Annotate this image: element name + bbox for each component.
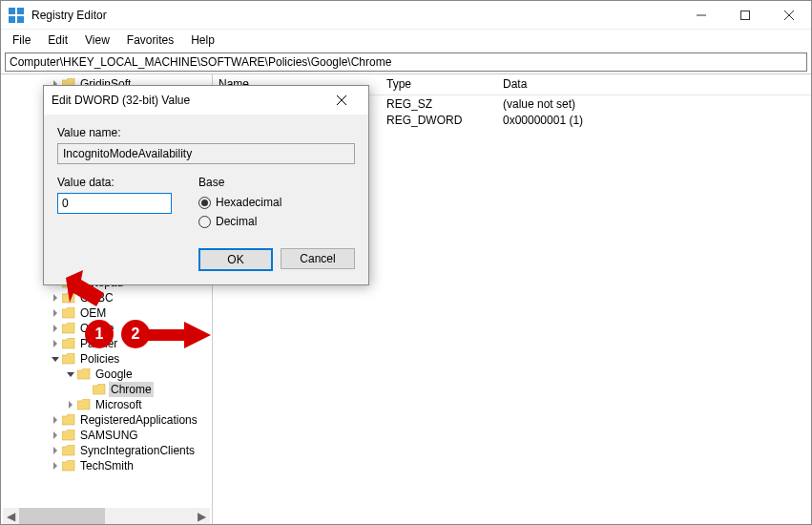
- tree-item[interactable]: SAMSUNG: [3, 428, 212, 443]
- annotation-arrow-2: [142, 322, 211, 348]
- svg-marker-13: [52, 357, 59, 362]
- svg-marker-17: [53, 431, 57, 439]
- scroll-right-icon[interactable]: ▶: [194, 508, 210, 524]
- folder-icon: [62, 430, 75, 441]
- svg-marker-23: [142, 322, 211, 348]
- svg-rect-1: [17, 8, 24, 14]
- cell-data: (value not set): [497, 97, 811, 111]
- tree-item-label: SAMSUNG: [78, 428, 140, 443]
- minimize-button[interactable]: [679, 1, 723, 30]
- tree-item[interactable]: Google: [3, 367, 212, 382]
- menu-file[interactable]: File: [5, 32, 38, 49]
- col-header-data[interactable]: Data: [497, 74, 811, 94]
- menu-favorites[interactable]: Favorites: [119, 32, 181, 49]
- cell-type: REG_DWORD: [381, 114, 497, 127]
- folder-icon: [77, 368, 91, 380]
- maximize-button[interactable]: [723, 1, 767, 30]
- ok-button[interactable]: OK: [198, 248, 273, 271]
- col-header-type[interactable]: Type: [381, 74, 497, 94]
- chevron-right-icon[interactable]: [49, 459, 62, 472]
- chevron-right-icon[interactable]: [64, 398, 77, 411]
- svg-marker-14: [67, 372, 74, 377]
- tree-item-label: Microsoft: [94, 397, 144, 412]
- svg-marker-18: [53, 447, 57, 454]
- chevron-right-icon[interactable]: [49, 444, 62, 457]
- titlebar: Registry Editor: [1, 1, 811, 30]
- menubar: File Edit View Favorites Help: [1, 30, 811, 51]
- chevron-down-icon[interactable]: [49, 352, 62, 366]
- tree-item[interactable]: RegisteredApplications: [3, 412, 212, 428]
- radio-decimal[interactable]: Decimal: [198, 212, 281, 231]
- dialog-title-text: Edit DWORD (32-bit) Value: [52, 94, 323, 107]
- menu-view[interactable]: View: [77, 32, 117, 49]
- cancel-button[interactable]: Cancel: [281, 248, 355, 269]
- address-bar[interactable]: Computer\HKEY_LOCAL_MACHINE\SOFTWARE\Pol…: [5, 52, 807, 72]
- folder-icon: [77, 399, 91, 410]
- value-name-label: Value name:: [57, 126, 355, 139]
- radio-icon: [198, 197, 211, 209]
- chevron-right-icon[interactable]: [49, 337, 62, 350]
- tree-item[interactable]: Microsoft: [3, 397, 212, 412]
- chevron-right-icon[interactable]: [49, 413, 62, 427]
- folder-icon: [62, 445, 75, 456]
- svg-marker-22: [66, 270, 104, 306]
- menu-help[interactable]: Help: [183, 32, 222, 49]
- cell-data: 0x00000001 (1): [497, 114, 811, 127]
- window-title: Registry Editor: [31, 9, 679, 22]
- svg-rect-0: [9, 8, 15, 14]
- tree-item[interactable]: Policies: [3, 351, 212, 367]
- cell-type: REG_SZ: [381, 97, 497, 111]
- annotation-badge-1: 1: [85, 320, 114, 348]
- folder-icon: [93, 384, 106, 395]
- svg-marker-15: [69, 401, 73, 409]
- tree-hscroll[interactable]: ◀ ▶: [3, 508, 210, 524]
- annotation-badge-2: 2: [121, 320, 150, 348]
- dialog-close-button[interactable]: [323, 87, 361, 114]
- close-button[interactable]: [767, 1, 811, 30]
- radio-hex-label: Hexadecimal: [216, 196, 281, 209]
- annotation-arrow-1: [58, 270, 125, 327]
- svg-marker-19: [53, 462, 57, 470]
- regedit-icon: [9, 8, 24, 23]
- menu-edit[interactable]: Edit: [40, 32, 75, 49]
- svg-rect-3: [17, 16, 24, 23]
- tree-item[interactable]: TechSmith: [3, 458, 212, 473]
- value-data-input[interactable]: [57, 193, 172, 214]
- folder-icon: [62, 353, 75, 365]
- scroll-thumb[interactable]: [19, 508, 105, 524]
- tree-item-label: TechSmith: [78, 458, 135, 473]
- svg-rect-2: [9, 16, 15, 23]
- svg-marker-10: [53, 309, 57, 317]
- svg-marker-12: [53, 340, 57, 347]
- folder-icon: [62, 338, 75, 349]
- chevron-down-icon[interactable]: [64, 368, 77, 381]
- tree-item-label: Google: [94, 367, 135, 382]
- radio-hexadecimal[interactable]: Hexadecimal: [198, 193, 281, 212]
- edit-dword-dialog: Edit DWORD (32-bit) Value Value name: In…: [43, 85, 369, 285]
- folder-icon: [62, 414, 75, 426]
- dialog-titlebar: Edit DWORD (32-bit) Value: [44, 86, 368, 115]
- tree-item-label: SyncIntegrationClients: [78, 443, 197, 458]
- svg-rect-5: [741, 10, 750, 19]
- tree-item-label: Chrome: [109, 382, 154, 397]
- radio-icon: [198, 216, 211, 228]
- radio-dec-label: Decimal: [216, 215, 257, 228]
- svg-marker-9: [53, 294, 57, 302]
- tree-item[interactable]: SyncIntegrationClients: [3, 443, 212, 458]
- scroll-left-icon[interactable]: ◀: [3, 508, 19, 524]
- value-name-field: IncognitoModeAvailability: [57, 143, 355, 164]
- tree-item[interactable]: Chrome: [3, 382, 212, 397]
- chevron-none: [79, 383, 93, 396]
- svg-marker-16: [53, 416, 57, 424]
- tree-item-label: Policies: [78, 351, 121, 367]
- tree-item-label: RegisteredApplications: [78, 412, 199, 428]
- folder-icon: [62, 460, 75, 472]
- chevron-right-icon[interactable]: [49, 429, 62, 442]
- base-group-label: Base: [198, 176, 281, 189]
- value-data-label: Value data:: [57, 176, 172, 189]
- svg-marker-11: [53, 325, 57, 332]
